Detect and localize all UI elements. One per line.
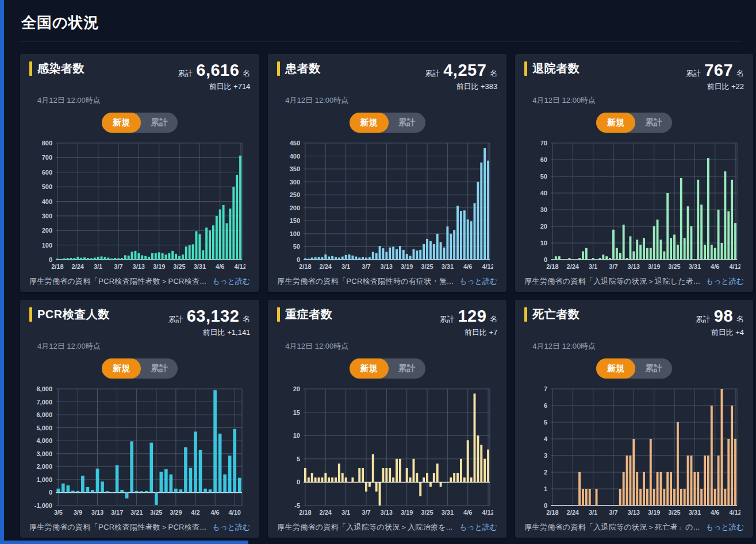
title-accent-bar (277, 307, 280, 322)
page-bottom-border (0, 541, 248, 544)
new-cumulative-toggle: 新規 累計 (102, 113, 178, 133)
svg-text:4/6: 4/6 (216, 263, 224, 270)
totals-block: 累計 4,257 名 前日比 +383 (425, 61, 497, 92)
source-text: 厚生労働省の資料「入退院等の状況＞死亡者」の... (524, 522, 700, 533)
svg-text:4/6: 4/6 (463, 509, 472, 516)
page-left-border (0, 0, 4, 544)
read-more-link[interactable]: もっと読む (459, 522, 497, 533)
svg-text:5: 5 (297, 456, 300, 462)
toggle-new-button[interactable]: 新規 (102, 113, 141, 133)
svg-text:3/19: 3/19 (648, 509, 660, 516)
svg-text:700: 700 (42, 154, 52, 161)
svg-text:250: 250 (290, 191, 300, 198)
read-more-link[interactable]: もっと読む (459, 276, 497, 287)
svg-text:-5: -5 (295, 502, 301, 509)
svg-text:0: 0 (49, 489, 52, 496)
svg-text:3/25: 3/25 (173, 263, 185, 270)
svg-text:4/12: 4/12 (730, 263, 741, 270)
title-accent-bar (277, 61, 280, 76)
card-title: 死亡者数 (532, 307, 580, 322)
svg-text:6: 6 (544, 402, 547, 409)
as-of-date: 4月12日 12:00時点 (37, 95, 250, 106)
read-more-link[interactable]: もっと読む (706, 522, 744, 533)
svg-text:4/10: 4/10 (228, 509, 240, 516)
cumulative-label: 累計 (686, 68, 701, 79)
unit-label: 名 (243, 68, 250, 79)
totals-block: 累計 129 名 前日比 +7 (439, 307, 497, 338)
unit-label: 名 (243, 314, 250, 325)
svg-text:4/6: 4/6 (463, 263, 472, 270)
unit-label: 名 (736, 68, 744, 79)
svg-text:3/25: 3/25 (669, 509, 681, 516)
svg-text:0: 0 (297, 256, 300, 263)
toggle-new-button[interactable]: 新規 (350, 113, 389, 133)
toggle-cumulative-button[interactable]: 累計 (141, 358, 178, 379)
toggle-cumulative-button[interactable]: 累計 (389, 358, 425, 379)
svg-text:3/19: 3/19 (401, 263, 413, 270)
as-of-date: 4月12日 12:00時点 (37, 341, 250, 352)
read-more-link[interactable]: もっと読む (212, 522, 250, 533)
svg-text:15: 15 (293, 409, 300, 416)
svg-text:300: 300 (42, 213, 52, 219)
svg-text:7,000: 7,000 (36, 399, 52, 406)
svg-text:3/17: 3/17 (111, 509, 123, 516)
toggle-cumulative-button[interactable]: 累計 (635, 358, 672, 379)
stat-card-severe: 重症者数 累計 129 名 前日比 +7 4月12日 12:00時点 新規 累計… (268, 300, 506, 538)
svg-text:3/7: 3/7 (609, 263, 618, 270)
svg-text:10: 10 (540, 240, 547, 246)
svg-text:3/19: 3/19 (153, 263, 165, 270)
svg-text:60: 60 (540, 156, 547, 163)
svg-text:10: 10 (293, 432, 300, 439)
toggle-new-button[interactable]: 新規 (596, 113, 635, 133)
read-more-link[interactable]: もっと読む (706, 276, 744, 287)
bar-chart[interactable]: 012345672/182/243/13/73/133/193/253/314/… (524, 384, 744, 520)
cumulative-total: 4,257 (443, 61, 486, 80)
svg-text:3/25: 3/25 (150, 509, 162, 516)
unit-label: 名 (490, 68, 497, 79)
main-content: 全国の状況 感染者数 累計 6,616 名 前日比 +714 4月12日 12:… (4, 0, 756, 541)
as-of-date: 4月12日 12:00時点 (285, 95, 497, 106)
bar-chart[interactable]: 0501001502002503003504004502/182/243/13/… (277, 138, 497, 274)
unit-label: 名 (490, 314, 497, 325)
svg-text:3/31: 3/31 (689, 509, 701, 516)
bar-chart[interactable]: -5051015202/182/243/13/73/133/193/253/31… (277, 384, 497, 520)
svg-text:3/31: 3/31 (442, 509, 454, 516)
bar-chart[interactable]: 01002003004005006007008002/182/243/13/73… (29, 138, 250, 274)
svg-text:50: 50 (293, 243, 300, 250)
cumulative-total: 98 (714, 307, 733, 326)
svg-text:4: 4 (544, 435, 548, 442)
svg-text:0: 0 (544, 256, 547, 263)
card-title: PCR検査人数 (37, 307, 110, 322)
as-of-date: 4月12日 12:00時点 (285, 341, 497, 352)
bar-chart[interactable]: 0102030405060702/182/243/13/73/133/193/2… (524, 138, 744, 274)
svg-text:3/13: 3/13 (628, 263, 640, 270)
cumulative-total: 129 (458, 307, 486, 326)
toggle-cumulative-button[interactable]: 累計 (389, 113, 425, 133)
svg-text:1: 1 (544, 485, 547, 492)
svg-text:4/6: 4/6 (711, 509, 719, 516)
new-cumulative-toggle: 新規 累計 (596, 358, 672, 379)
totals-block: 累計 767 名 前日比 +22 (686, 61, 744, 92)
toggle-new-button[interactable]: 新規 (596, 358, 635, 379)
svg-text:7: 7 (544, 385, 547, 392)
totals-block: 累計 98 名 前日比 +4 (696, 307, 744, 338)
cumulative-label: 累計 (178, 68, 193, 79)
bar-chart[interactable]: -1,00001,0002,0003,0004,0005,0006,0007,0… (29, 384, 250, 520)
svg-text:3,000: 3,000 (36, 450, 52, 457)
toggle-new-button[interactable]: 新規 (350, 358, 389, 379)
toggle-new-button[interactable]: 新規 (102, 358, 141, 379)
read-more-link[interactable]: もっと読む (212, 276, 250, 287)
svg-text:300: 300 (290, 179, 300, 186)
svg-text:2/24: 2/24 (567, 509, 580, 516)
svg-text:2/24: 2/24 (72, 263, 85, 270)
svg-text:200: 200 (290, 205, 300, 211)
svg-text:3/31: 3/31 (194, 263, 206, 270)
toggle-cumulative-button[interactable]: 累計 (141, 113, 178, 133)
svg-text:2/18: 2/18 (51, 263, 63, 270)
svg-text:2,000: 2,000 (36, 463, 52, 470)
toggle-cumulative-button[interactable]: 累計 (635, 113, 672, 133)
svg-text:2: 2 (544, 469, 547, 476)
new-cumulative-toggle: 新規 累計 (350, 113, 425, 133)
unit-label: 名 (736, 314, 744, 325)
section-divider (20, 41, 742, 41)
